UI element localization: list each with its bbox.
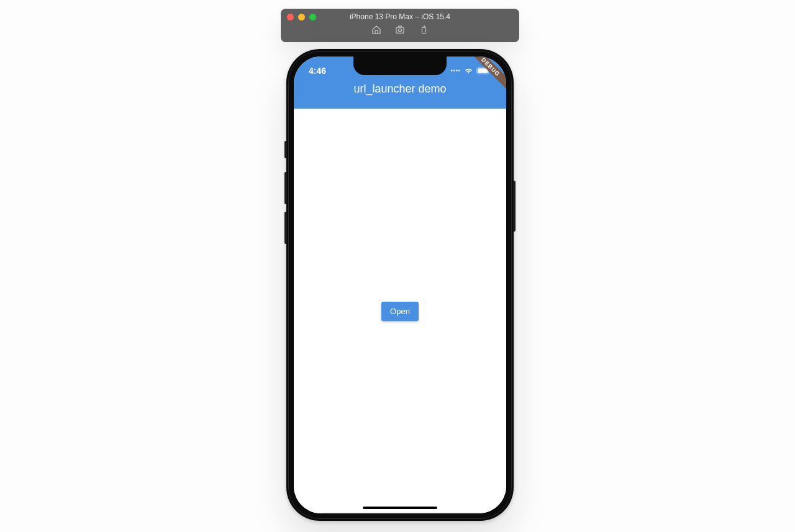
phone-device-frame: DEBUG 4:46 •••• url_launcher demo Open bbox=[286, 49, 514, 521]
svg-rect-2 bbox=[422, 27, 425, 33]
phone-screen: DEBUG 4:46 •••• url_launcher demo Open bbox=[294, 56, 506, 513]
home-icon[interactable] bbox=[371, 25, 381, 35]
minimize-window-button[interactable] bbox=[298, 14, 305, 20]
svg-rect-0 bbox=[396, 27, 404, 33]
volume-up-button bbox=[284, 172, 287, 204]
simulator-title: iPhone 13 Pro Max – iOS 15.4 bbox=[350, 12, 450, 21]
cellular-icon: •••• bbox=[450, 68, 461, 74]
screenshot-icon[interactable] bbox=[395, 25, 405, 35]
app-body: Open bbox=[294, 109, 506, 513]
home-indicator[interactable] bbox=[363, 507, 437, 509]
rotate-icon[interactable] bbox=[419, 25, 429, 35]
simulator-actions bbox=[371, 25, 429, 35]
app-bar-title: url_launcher demo bbox=[294, 81, 506, 96]
open-button[interactable]: Open bbox=[381, 302, 419, 321]
zoom-window-button[interactable] bbox=[309, 14, 316, 20]
close-window-button[interactable] bbox=[287, 14, 294, 20]
window-traffic-lights bbox=[287, 14, 316, 20]
volume-down-button bbox=[284, 212, 287, 244]
svg-point-1 bbox=[399, 29, 402, 32]
mute-switch bbox=[284, 141, 287, 158]
simulator-toolbar: iPhone 13 Pro Max – iOS 15.4 bbox=[281, 9, 519, 42]
power-button bbox=[513, 181, 516, 232]
device-notch bbox=[353, 56, 447, 75]
status-time: 4:46 bbox=[309, 66, 326, 76]
wifi-icon bbox=[464, 67, 473, 74]
